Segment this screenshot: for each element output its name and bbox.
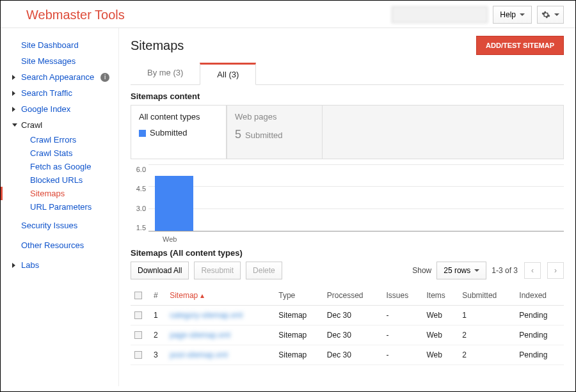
page-title: Sitemaps <box>131 38 184 53</box>
content-type-all-label: Submitted <box>150 128 188 137</box>
resubmit-button[interactable]: Resubmit <box>194 262 241 279</box>
cell-sitemap[interactable]: page-sitemap.xml <box>166 325 275 345</box>
site-selector[interactable] <box>392 6 488 23</box>
cell-items: Web <box>423 345 459 365</box>
next-page-button[interactable]: › <box>547 262 564 279</box>
cell-items: Web <box>423 306 459 325</box>
sidebar-item-google-index[interactable]: Google Index <box>12 101 118 117</box>
download-all-button[interactable]: Download All <box>131 262 189 279</box>
prev-page-button[interactable]: ‹ <box>524 262 541 279</box>
help-button[interactable]: Help <box>493 6 532 24</box>
add-test-sitemap-button[interactable]: ADD/TEST SITEMAP <box>476 36 564 55</box>
rows-selector[interactable]: 25 rows <box>436 262 486 279</box>
help-label: Help <box>500 10 516 19</box>
cell-num: 1 <box>150 306 166 325</box>
settings-button[interactable] <box>537 6 564 24</box>
section-title-content: Sitemaps content <box>131 91 564 101</box>
chevron-down-icon <box>554 13 559 16</box>
col-items[interactable]: Items <box>423 286 459 306</box>
cell-type: Sitemap <box>275 306 323 325</box>
col-num[interactable]: # <box>150 286 166 306</box>
table-row[interactable]: 1 category-sitemap.xml Sitemap Dec 30 - … <box>131 306 564 325</box>
cell-processed: Dec 30 <box>323 306 383 325</box>
content-type-all-title: All content types <box>139 112 218 122</box>
cell-indexed: Pending <box>515 325 564 345</box>
col-submitted[interactable]: Submitted <box>458 286 515 306</box>
chart-bar-web <box>155 176 193 231</box>
row-checkbox[interactable] <box>134 331 142 339</box>
cell-submitted: 2 <box>458 325 515 345</box>
content-type-filler <box>323 105 564 159</box>
table-row[interactable]: 2 page-sitemap.xml Sitemap Dec 30 - Web … <box>131 325 564 345</box>
content-type-web-title: Web pages <box>235 112 314 122</box>
ytick: 1.5 <box>131 224 146 231</box>
cell-items: Web <box>423 325 459 345</box>
sidebar-sub-sitemaps[interactable]: Sitemaps <box>12 187 118 200</box>
cell-issues: - <box>383 345 423 365</box>
sidebar-item-other[interactable]: Other Resources <box>12 237 118 253</box>
ytick: 4.5 <box>131 185 146 192</box>
cell-num: 3 <box>150 345 166 365</box>
sidebar-item-labs[interactable]: Labs <box>12 257 118 273</box>
col-indexed[interactable]: Indexed <box>515 286 564 306</box>
cell-indexed: Pending <box>515 306 564 325</box>
cell-issues: - <box>383 306 423 325</box>
cell-submitted: 1 <box>458 306 515 325</box>
select-all-checkbox[interactable] <box>134 292 142 299</box>
cell-processed: Dec 30 <box>323 345 383 365</box>
chart-xlabel: Web <box>163 235 177 243</box>
gear-icon <box>541 10 550 19</box>
ytick: 6.0 <box>131 166 146 173</box>
sidebar-sub-url-params[interactable]: URL Parameters <box>12 200 118 214</box>
cell-type: Sitemap <box>275 325 323 345</box>
row-checkbox[interactable] <box>134 351 142 359</box>
chevron-down-icon <box>520 13 525 16</box>
content-type-all[interactable]: All content types Submitted <box>131 105 227 159</box>
sidebar-item-security[interactable]: Security Issues <box>12 217 118 233</box>
sidebar-item-search-traffic[interactable]: Search Traffic <box>12 85 118 101</box>
cell-issues: - <box>383 325 423 345</box>
col-type[interactable]: Type <box>275 286 323 306</box>
sidebar-sub-fetch[interactable]: Fetch as Google <box>12 160 118 173</box>
sidebar-item-search-appearance[interactable]: Search Appearancei <box>12 69 118 85</box>
content-type-web-count: 5 <box>235 128 241 141</box>
info-icon: i <box>100 73 109 82</box>
section-title-table: Sitemaps (All content types) <box>131 248 564 258</box>
chevron-down-icon <box>474 269 479 272</box>
row-checkbox[interactable] <box>134 311 142 319</box>
legend-chip <box>139 130 146 137</box>
cell-sitemap[interactable]: post-sitemap.xml <box>166 345 275 365</box>
brand-title: Webmaster Tools <box>26 8 125 22</box>
sidebar-item-crawl[interactable]: Crawl <box>12 117 118 133</box>
sidebar: Site Dashboard Site Messages Search Appe… <box>1 28 119 386</box>
table-row[interactable]: 3 post-sitemap.xml Sitemap Dec 30 - Web … <box>131 345 564 365</box>
show-label: Show <box>412 266 431 275</box>
delete-button[interactable]: Delete <box>246 262 282 279</box>
col-issues[interactable]: Issues <box>383 286 423 306</box>
cell-indexed: Pending <box>515 345 564 365</box>
sitemaps-table: # Sitemap ▴ Type Processed Issues Items … <box>131 286 564 365</box>
cell-sitemap[interactable]: category-sitemap.xml <box>166 306 275 325</box>
col-processed[interactable]: Processed <box>323 286 383 306</box>
content-type-web[interactable]: Web pages 5Submitted <box>227 105 323 159</box>
page-range: 1-3 of 3 <box>492 266 518 275</box>
sidebar-item-messages[interactable]: Site Messages <box>12 53 118 69</box>
cell-processed: Dec 30 <box>323 325 383 345</box>
cell-num: 2 <box>150 325 166 345</box>
sidebar-sub-crawl-errors[interactable]: Crawl Errors <box>12 133 118 146</box>
chart: 6.0 4.5 3.0 1.5 Web <box>131 164 564 244</box>
cell-type: Sitemap <box>275 345 323 365</box>
cell-submitted: 2 <box>458 345 515 365</box>
tabs: By me (3) All (3) <box>131 63 564 85</box>
tab-all[interactable]: All (3) <box>200 63 256 85</box>
sidebar-item-dashboard[interactable]: Site Dashboard <box>12 37 118 53</box>
sidebar-sub-blocked[interactable]: Blocked URLs <box>12 173 118 187</box>
content-type-web-label: Submitted <box>245 130 283 140</box>
ytick: 3.0 <box>131 205 146 212</box>
col-sitemap[interactable]: Sitemap ▴ <box>166 286 275 306</box>
sidebar-sub-crawl-stats[interactable]: Crawl Stats <box>12 146 118 160</box>
tab-by-me[interactable]: By me (3) <box>131 63 200 84</box>
